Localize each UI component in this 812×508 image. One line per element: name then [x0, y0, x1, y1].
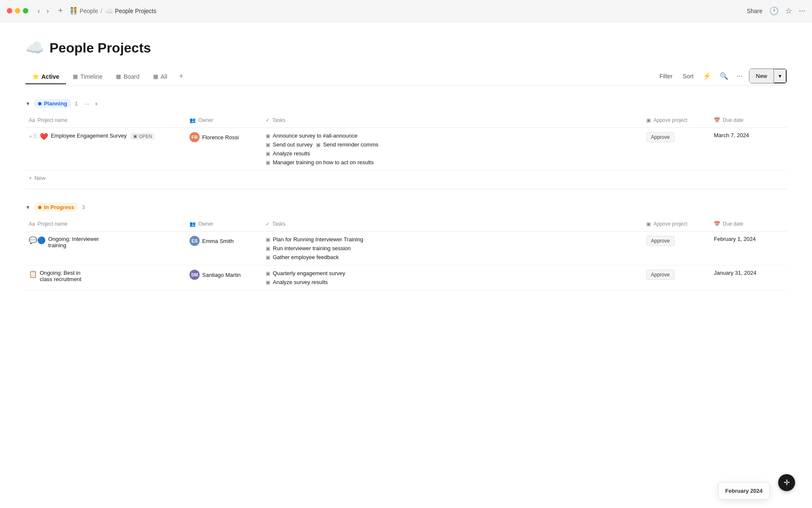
due-date-cell-1: March 7, 2024 [710, 128, 787, 143]
fullscreen-button[interactable] [23, 8, 28, 14]
new-row-label: New [35, 175, 46, 181]
filter-button[interactable]: Filter [657, 71, 675, 81]
task-label-2-3: Gather employee feedback [273, 254, 339, 260]
approve-button-2[interactable]: Approve [646, 236, 675, 246]
breadcrumb-parent-label: People [80, 8, 98, 14]
titlebar-actions: + [57, 6, 65, 16]
task-label-2-2: Run interviewer training session [273, 245, 351, 251]
project-name-3: Ongoing: Best inclass recruitment [40, 270, 81, 282]
task-item-3-1: ▣ Quarterly engagement survey [266, 269, 639, 278]
titlebar: ‹ › + 🧑‍🤝‍🧑 People / ☁️ People Projects … [0, 0, 812, 22]
group-inprogress-toggle[interactable]: ▼ [25, 204, 30, 210]
close-button[interactable] [7, 8, 12, 14]
th2-project-name: Aa Project name [25, 219, 186, 229]
th-due-date-icon: 📅 [714, 117, 720, 123]
th-approve: ▣ Appove project [643, 116, 710, 125]
more-options-button[interactable]: ··· [799, 6, 805, 15]
all-tab-icon: ▦ [153, 73, 158, 80]
th2-tasks-icon: ✓ [266, 221, 270, 227]
more-button[interactable]: ··· [735, 71, 744, 82]
forward-button[interactable]: › [44, 6, 51, 16]
breadcrumb-separator: / [101, 8, 102, 14]
owner-cell-3: SM Santiago Martin [186, 265, 262, 284]
share-button[interactable]: Share [747, 8, 763, 14]
tab-board-label: Board [123, 73, 139, 80]
task-icon-2-1: ▣ [266, 237, 270, 243]
tab-timeline[interactable]: ▦ Timeline [66, 70, 109, 84]
project-name-cell-1: + ⠿ ❤️ Employee Engagement Survey ▣ OPEN [25, 128, 186, 145]
sort-button[interactable]: Sort [680, 71, 696, 81]
task-item-2-2: ▣ Run interviewer training session [266, 244, 639, 253]
th2-owner: 👥 Owner [186, 219, 262, 229]
project-name-cell-3: 📋 Ongoing: Best inclass recruitment [25, 265, 186, 287]
star-tab-icon: ⭐ [32, 73, 39, 80]
th-owner-icon: 👥 [189, 117, 196, 123]
history-button[interactable]: 🕐 [769, 6, 779, 16]
breadcrumb-current-item[interactable]: ☁️ People Projects [105, 7, 156, 15]
planning-new-row[interactable]: + New [25, 171, 787, 185]
approve-button-3[interactable]: Approve [646, 270, 675, 280]
group-planning-toggle[interactable]: ▼ [25, 101, 30, 107]
titlebar-right: Share 🕐 ☆ ··· [747, 6, 805, 16]
approve-button-1[interactable]: Approve [646, 132, 675, 142]
tab-all[interactable]: ▦ All [146, 70, 174, 84]
open-tag-icon-1: ▣ [133, 134, 137, 138]
th-due-date-label: Due date [723, 117, 743, 123]
new-chevron-button[interactable]: ▾ [774, 69, 787, 83]
search-button[interactable]: 🔍 [718, 70, 730, 82]
task-icon-3-2: ▣ [266, 279, 270, 285]
group-in-progress: ▼ In Progress 3 Aa Project name 👥 Owner … [25, 203, 787, 290]
th-approve-icon: ▣ [646, 117, 651, 123]
group-planning-add[interactable]: + [93, 99, 100, 108]
planning-table-header: Aa Project name 👥 Owner ✓ Tasks ▣ Appove… [25, 113, 787, 128]
back-button[interactable]: ‹ [35, 6, 42, 16]
row-add-button-1[interactable]: + [29, 133, 32, 140]
project-name-2: Ongoing: Interviewertraining [48, 236, 99, 248]
task-icon-1-2: ▣ [266, 142, 270, 148]
th2-due-date-icon: 📅 [714, 221, 720, 227]
tab-board[interactable]: ▦ Board [109, 70, 146, 84]
fab-button[interactable]: ✛ [778, 474, 795, 491]
planning-count: 1 [75, 100, 78, 107]
th-project-label: Project name [38, 117, 68, 123]
lightning-button[interactable]: ⚡ [701, 70, 713, 82]
task-label-1-2: Send out survey [273, 141, 313, 148]
group-divider [25, 189, 787, 189]
inprogress-dot [38, 206, 41, 209]
breadcrumb-parent[interactable]: 🧑‍🤝‍🧑 People [69, 7, 98, 15]
th2-project-icon: Aa [29, 221, 35, 227]
group-planning-more[interactable]: ··· [83, 99, 91, 108]
row-drag-button-1[interactable]: ⠿ [33, 133, 37, 140]
planning-dot [38, 102, 41, 105]
tabs-bar: ⭐ Active ▦ Timeline ▦ Board ▦ All + Filt… [25, 69, 787, 86]
task-item-1-1: ▣ Announce survey to #all-announce [266, 131, 639, 140]
task-icon-1-2b: ▣ [316, 142, 321, 148]
calendar-hint-label: February 2024 [725, 488, 763, 494]
new-main-button[interactable]: New [749, 69, 774, 83]
th2-due-date-label: Due date [723, 221, 743, 227]
tab-active[interactable]: ⭐ Active [25, 70, 66, 84]
owner-name-1: Florence Rossi [202, 134, 239, 141]
owner-avatar-2: ES [189, 236, 200, 246]
th-approve-label: Appove project [653, 117, 687, 123]
due-date-cell-3: January 31, 2024 [710, 265, 787, 280]
task-icon-1-4: ▣ [266, 160, 270, 166]
approve-cell-3: Approve [643, 265, 710, 284]
cloud-icon: ☁️ [105, 7, 113, 15]
task-label-3-2: Analyze survey results [273, 279, 328, 285]
task-item-1-3: ▣ Analyze results [266, 149, 639, 158]
add-tab-button[interactable]: + [174, 69, 189, 85]
tab-active-label: Active [41, 73, 59, 80]
th-owner-label: Owner [198, 117, 213, 123]
inprogress-table-header: Aa Project name 👥 Owner ✓ Tasks ▣ Appove… [25, 217, 787, 232]
project-emoji-1: ❤️ [40, 133, 48, 141]
task-label-1-3: Analyze results [273, 150, 310, 157]
group-inprogress-badge: In Progress [34, 203, 79, 212]
table-row: + ⠿ ❤️ Employee Engagement Survey ▣ OPEN… [25, 128, 787, 171]
owner-cell-2: ES Emma Smith [186, 232, 262, 250]
minimize-button[interactable] [15, 8, 20, 14]
star-button[interactable]: ☆ [785, 6, 792, 16]
th2-tasks: ✓ Tasks [262, 219, 643, 229]
task-label-2-1: Plan for Running Interviewer Training [273, 236, 363, 243]
add-button[interactable]: + [57, 6, 65, 16]
